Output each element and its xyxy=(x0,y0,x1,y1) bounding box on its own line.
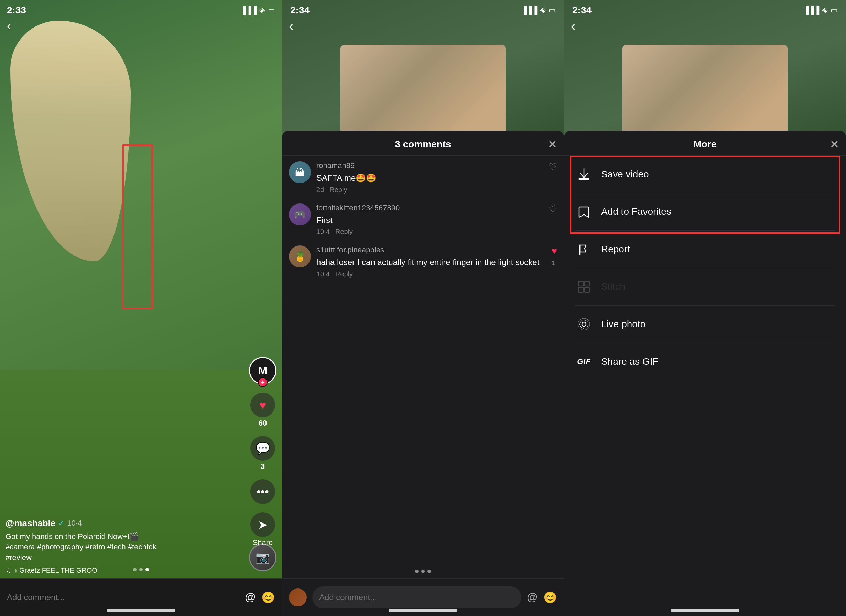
back-button[interactable]: ‹ xyxy=(7,19,11,33)
like-button[interactable]: ♥ 60 xyxy=(250,393,275,428)
comment-time-3: 10·4 xyxy=(316,270,330,278)
comment-like-1[interactable]: ♡ xyxy=(549,161,557,173)
comment-meta-3: 10·4 Reply xyxy=(316,270,546,278)
live-photo-option[interactable]: Live photo xyxy=(564,306,846,343)
commenter-name-1[interactable]: rohaman89 xyxy=(316,161,543,170)
record-avatar[interactable]: 📷 xyxy=(249,544,276,571)
comment-icon: 💬 xyxy=(256,441,270,455)
share-as-gif-option[interactable]: GIF Share as GIF xyxy=(564,343,846,380)
add-to-favorites-icon xyxy=(575,203,593,221)
wifi-icon-p3: ◈ xyxy=(822,6,828,15)
right-action-icons: M + ♥ 60 💬 3 ••• ➤ Share xyxy=(249,357,276,547)
comment-text-2: First xyxy=(316,214,543,226)
gif-text: GIF xyxy=(577,357,591,366)
home-indicator xyxy=(107,609,175,612)
comment-content-3: s1uttt.for.pineapples haha loser I can a… xyxy=(316,245,546,278)
reply-link-1[interactable]: Reply xyxy=(329,186,347,194)
svg-rect-4 xyxy=(585,287,589,292)
status-icons-p2: ▐▐▐ ◈ ▭ xyxy=(521,6,556,15)
gif-icon: GIF xyxy=(575,353,593,371)
status-bar-panel3: 2:34 ▐▐▐ ◈ ▭ xyxy=(564,0,846,21)
status-time-p2: 2:34 xyxy=(290,5,310,16)
comment-like-3[interactable]: ♥1 xyxy=(551,245,557,267)
svg-point-5 xyxy=(582,322,586,326)
emoji-icon-p2[interactable]: 😊 xyxy=(543,591,557,604)
commenter-avatar-1[interactable]: 🏔 xyxy=(289,161,311,183)
more-title: More xyxy=(694,139,717,150)
share-button[interactable]: ➤ Share xyxy=(250,512,275,547)
home-indicator-p2 xyxy=(389,609,457,612)
commenter-name-3[interactable]: s1uttt.for.pineapples xyxy=(316,245,546,254)
creator-avatar-container[interactable]: M + xyxy=(249,357,276,384)
thumbnail-image-p2 xyxy=(341,45,505,141)
time-tag: 10·4 xyxy=(67,519,82,528)
more-options-panel: 2:34 ▐▐▐ ◈ ▭ ‹ More ✕ xyxy=(564,0,846,616)
p2-dot-2 xyxy=(421,570,425,573)
follow-badge[interactable]: + xyxy=(258,377,267,387)
mention-icon-p2[interactable]: @ xyxy=(527,591,538,604)
stitch-icon xyxy=(575,278,593,296)
comment-item-2: 🎮 fortnitekitten1234567890 First 10·4 Re… xyxy=(289,204,557,236)
back-button-p2[interactable]: ‹ xyxy=(289,19,293,34)
comments-header: 3 comments ✕ xyxy=(282,131,564,156)
comment-item-3: 🍍 s1uttt.for.pineapples haha loser I can… xyxy=(289,245,557,278)
comments-sheet: 3 comments ✕ 🏔 rohaman89 SAFTA me🤩🤩 2d R… xyxy=(282,131,564,616)
comment-meta-1: 2d Reply xyxy=(316,186,543,194)
svg-rect-1 xyxy=(579,281,583,286)
more-options-button[interactable]: ••• xyxy=(250,479,275,504)
report-label: Report xyxy=(601,244,630,255)
commenter-avatar-2[interactable]: 🎮 xyxy=(289,204,311,226)
video-caption: Got my hands on the Polaroid Now+!🎬#came… xyxy=(6,531,244,563)
dots-indicator-p2 xyxy=(415,570,431,573)
comment-time-1: 2d xyxy=(316,186,324,194)
bottom-info: @mashable ✓ 10·4 Got my hands on the Pol… xyxy=(6,518,244,575)
wifi-icon: ◈ xyxy=(259,6,265,15)
back-button-p3[interactable]: ‹ xyxy=(571,19,575,34)
commenter-mini-avatar xyxy=(289,588,307,606)
comment-meta-2: 10·4 Reply xyxy=(316,228,543,236)
comment-text-1: SAFTA me🤩🤩 xyxy=(316,172,543,184)
status-icons: ▐▐▐ ◈ ▭ xyxy=(240,6,275,15)
close-more-button[interactable]: ✕ xyxy=(830,138,839,151)
username[interactable]: @mashable xyxy=(6,518,55,529)
report-icon xyxy=(575,240,593,258)
stitch-label: Stitch xyxy=(601,281,625,292)
comment-input[interactable] xyxy=(7,587,239,609)
video-thumbnail-p2 xyxy=(341,45,505,141)
video-thumbnail-p3 xyxy=(623,45,787,141)
emoji-icon[interactable]: 😊 xyxy=(261,591,275,604)
commenter-avatar-3[interactable]: 🍍 xyxy=(289,245,311,267)
p2-dot-3 xyxy=(427,570,431,573)
stitch-option[interactable]: Stitch xyxy=(564,268,846,305)
p2-dot-1 xyxy=(415,570,419,573)
save-video-label: Save video xyxy=(601,169,649,180)
status-time: 2:33 xyxy=(7,5,26,16)
comments-title: 3 comments xyxy=(395,139,451,150)
mention-icon[interactable]: @ xyxy=(245,591,256,604)
status-bar: 2:33 ▐▐▐ ◈ ▭ xyxy=(0,0,282,21)
comment-input-p2[interactable] xyxy=(312,587,521,609)
music-text[interactable]: ♪ Graetz FEEL THE GROO xyxy=(14,566,97,574)
verified-icon: ✓ xyxy=(58,519,64,528)
comment-content-2: fortnitekitten1234567890 First 10·4 Repl… xyxy=(316,204,543,236)
commenter-name-2[interactable]: fortnitekitten1234567890 xyxy=(316,204,543,213)
save-video-option[interactable]: Save video xyxy=(564,156,846,193)
add-to-favorites-option[interactable]: Add to Favorites xyxy=(564,193,846,230)
ellipsis-icon-container: ••• xyxy=(250,479,275,504)
comment-time-2: 10·4 xyxy=(316,228,330,236)
more-options-container: Save video Add to Favorites xyxy=(564,156,846,230)
status-bar-panel2: 2:34 ▐▐▐ ◈ ▭ xyxy=(282,0,564,21)
comment-button[interactable]: 💬 3 xyxy=(250,436,275,471)
comment-item: 🏔 rohaman89 SAFTA me🤩🤩 2d Reply ♡ xyxy=(289,161,557,194)
battery-icon-p3: ▭ xyxy=(831,6,838,15)
close-comments-button[interactable]: ✕ xyxy=(548,138,557,151)
reply-link-3[interactable]: Reply xyxy=(335,270,353,278)
comment-content-1: rohaman89 SAFTA me🤩🤩 2d Reply xyxy=(316,161,543,194)
music-line: ♫ ♪ Graetz FEEL THE GROO xyxy=(6,566,244,575)
svg-rect-3 xyxy=(579,287,583,292)
reply-link-2[interactable]: Reply xyxy=(335,228,353,236)
comment-like-2[interactable]: ♡ xyxy=(549,204,557,215)
report-option[interactable]: Report xyxy=(564,231,846,268)
thumbnail-image-p3 xyxy=(623,45,787,141)
like-count: 60 xyxy=(258,419,267,428)
